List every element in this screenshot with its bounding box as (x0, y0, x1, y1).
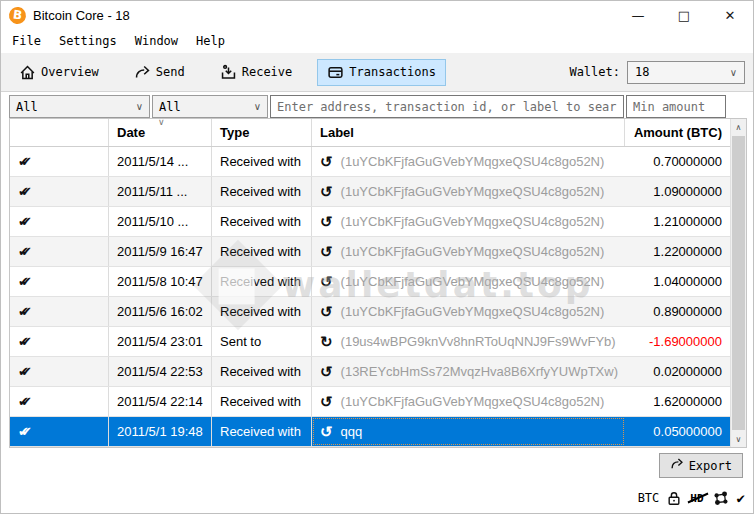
tx-type: Received with (212, 147, 312, 176)
table-row[interactable]: ✔✔ 2011/5/14 ... Received with ↺(1uYCbKF… (10, 147, 730, 177)
tab-receive[interactable]: Receive (210, 59, 303, 86)
received-icon: ↺ (320, 184, 333, 199)
tx-label: (1uYCbKFjfaGuGVebYMqgxeQSU4c8go52N) (341, 394, 605, 409)
lock-icon[interactable] (667, 491, 681, 506)
tx-label: (1uYCbKFjfaGuGVebYMqgxeQSU4c8go52N) (341, 244, 605, 259)
table-row[interactable]: ✔✔ 2011/5/8 10:47 Received with ↺(1uYCbK… (10, 267, 730, 297)
bitcoin-logo-icon: B (8, 5, 27, 24)
confirmed-icon: ✔✔ (18, 274, 38, 289)
column-header-amount[interactable]: Amount (BTC) (625, 119, 730, 146)
table-row[interactable]: ✔✔ 2011/5/4 22:14 Received with ↺(1uYCbK… (10, 387, 730, 417)
sent-icon: ↻ (320, 334, 333, 349)
title-bar: B Bitcoin Core - 18 — □ ✕ (1, 1, 753, 29)
tx-amount: 1.09000000 (653, 184, 722, 199)
tab-transactions[interactable]: Transactions (317, 59, 446, 86)
search-input[interactable] (270, 95, 624, 118)
scroll-up-icon[interactable]: ∧ (731, 119, 746, 135)
chevron-down-icon: ∨ (254, 101, 261, 112)
received-icon: ↺ (320, 244, 333, 259)
tx-amount: 0.02000000 (653, 364, 722, 379)
tx-label: (1uYCbKFjfaGuGVebYMqgxeQSU4c8go52N) (341, 184, 605, 199)
sort-indicator-icon: ∨ (158, 117, 165, 127)
received-icon: ↺ (320, 424, 333, 439)
confirmed-icon: ✔✔ (18, 394, 38, 409)
toolbar: Overview Send Receive T (1, 53, 753, 92)
chevron-down-icon: ∨ (136, 101, 143, 112)
bitcoin-core-window: B Bitcoin Core - 18 — □ ✕ File Settings … (0, 0, 754, 514)
close-button[interactable]: ✕ (707, 1, 753, 29)
type-filter-value: All (159, 100, 181, 114)
network-connections-icon[interactable] (713, 491, 729, 506)
unit-display[interactable]: BTC (638, 491, 660, 505)
menu-window[interactable]: Window (126, 31, 187, 51)
hd-disabled-icon[interactable]: HD (689, 492, 704, 505)
table-row[interactable]: ✔✔ 2011/5/9 16:47 Received with ↺(1uYCbK… (10, 237, 730, 267)
tx-amount: 0.89000000 (653, 304, 722, 319)
date-filter-dropdown[interactable]: All ∨ (9, 95, 150, 118)
tab-overview[interactable]: Overview (9, 59, 109, 86)
table-row[interactable]: ✔✔ 2011/5/10 ... Received with ↺(1uYCbKF… (10, 207, 730, 237)
tx-date: 2011/5/4 22:14 (109, 387, 212, 416)
table-header-row: Date Type Label Amount (BTC) ∨ (10, 119, 746, 147)
table-row[interactable]: ✔✔ 2011/5/4 23:01 Sent to ↻(19us4wBPG9kn… (10, 327, 730, 357)
tab-receive-label: Receive (242, 65, 293, 79)
maximize-button[interactable]: □ (661, 1, 707, 29)
received-icon: ↺ (320, 274, 333, 289)
confirmed-icon: ✔✔ (18, 334, 38, 349)
tab-send-label: Send (156, 65, 185, 79)
column-header-label[interactable]: Label (312, 119, 625, 146)
tx-type: Received with (212, 177, 312, 206)
status-bar: BTC HD ✔ (638, 490, 745, 506)
sync-check-icon[interactable]: ✔ (737, 490, 745, 506)
tab-send[interactable]: Send (124, 59, 195, 86)
window-title: Bitcoin Core - 18 (33, 8, 130, 23)
tx-date: 2011/5/6 16:02 (109, 297, 212, 326)
date-filter-value: All (16, 100, 38, 114)
wallet-selected-value: 18 (635, 65, 649, 79)
table-row[interactable]: ✔✔ 2011/5/4 22:53 Received with ↺(13REYc… (10, 357, 730, 387)
tx-amount: 1.04000000 (653, 274, 722, 289)
tx-amount: 1.21000000 (653, 214, 722, 229)
tx-label: (13REYcbHmSs72MvqzHva8B6XrfyYUWpTXw) (341, 364, 618, 379)
received-icon: ↺ (320, 394, 333, 409)
table-row[interactable]: ✔✔ 2011/5/11 ... Received with ↺(1uYCbKF… (10, 177, 730, 207)
tx-label: (1uYCbKFjfaGuGVebYMqgxeQSU4c8go52N) (341, 214, 605, 229)
column-header-type[interactable]: Type (212, 119, 312, 146)
confirmed-icon: ✔✔ (18, 184, 38, 199)
vertical-scrollbar[interactable]: ∧ ∨ (730, 119, 746, 447)
column-header-status[interactable] (10, 119, 109, 146)
scrollbar-thumb[interactable] (732, 136, 745, 430)
receive-tray-icon (220, 64, 237, 81)
tx-date: 2011/5/4 23:01 (109, 327, 212, 356)
confirmed-icon: ✔✔ (18, 214, 38, 229)
received-icon: ↺ (320, 364, 333, 379)
tx-date: 2011/5/14 ... (109, 147, 212, 176)
tx-label: (1uYCbKFjfaGuGVebYMqgxeQSU4c8go52N) (341, 154, 605, 169)
min-amount-input[interactable] (626, 95, 726, 118)
transactions-card-icon (327, 64, 344, 81)
tx-date: 2011/5/10 ... (109, 207, 212, 236)
confirmed-icon: ✔✔ (18, 154, 38, 169)
export-button-label: Export (689, 459, 732, 473)
confirmed-icon: ✔✔ (18, 304, 38, 319)
received-icon: ↺ (320, 304, 333, 319)
filter-bar: All ∨ All ∨ (1, 95, 753, 119)
tx-date: 2011/5/4 22:53 (109, 357, 212, 386)
menu-bar: File Settings Window Help (1, 29, 753, 53)
tx-label: (1uYCbKFjfaGuGVebYMqgxeQSU4c8go52N) (341, 274, 605, 289)
tx-type: Received with (212, 207, 312, 236)
export-button[interactable]: Export (659, 453, 743, 478)
type-filter-dropdown[interactable]: All ∨ (152, 95, 268, 118)
menu-help[interactable]: Help (187, 31, 234, 51)
tab-transactions-label: Transactions (349, 65, 436, 79)
wallet-selector[interactable]: 18 ∨ (627, 61, 745, 84)
minimize-button[interactable]: — (615, 1, 661, 29)
menu-file[interactable]: File (3, 31, 50, 51)
export-arrow-icon (670, 457, 684, 474)
tx-type: Received with (212, 417, 312, 446)
scroll-down-icon[interactable]: ∨ (731, 431, 746, 447)
table-row[interactable]: ✔✔ 2011/5/6 16:02 Received with ↺(1uYCbK… (10, 297, 730, 327)
menu-settings[interactable]: Settings (50, 31, 126, 51)
confirmed-icon: ✔✔ (18, 364, 38, 379)
table-row-selected[interactable]: ✔✔ 2011/5/1 19:48 Received with ↺qqq 0.0… (10, 417, 730, 447)
